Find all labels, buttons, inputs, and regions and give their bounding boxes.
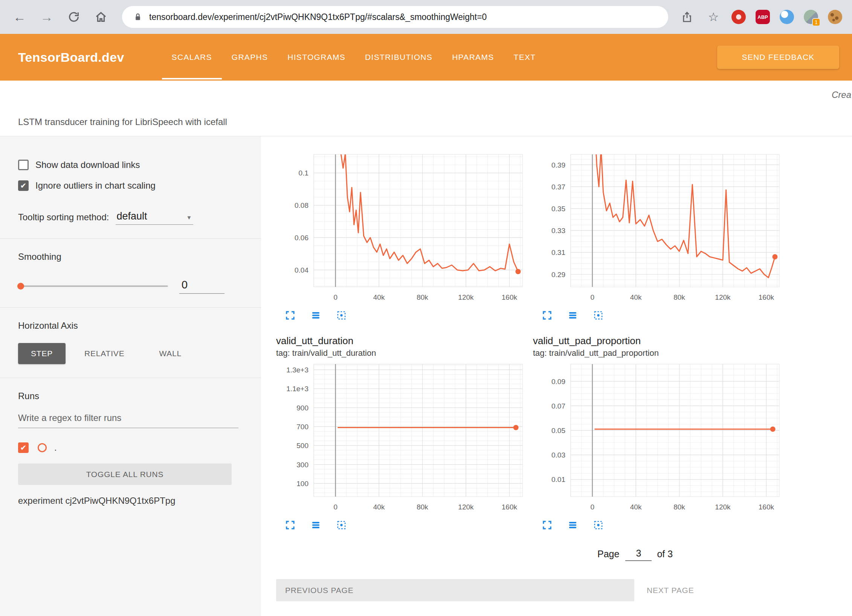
fit-domain-icon [593,310,604,321]
ignore-outliers-checkbox[interactable]: ✔ [18,180,29,191]
horizontal-axis-buttons: STEP RELATIVE WALL [18,343,238,364]
tooltip-sorting-dropdown[interactable]: default ▼ [116,210,193,225]
tab-text[interactable]: TEXT [504,34,546,81]
send-feedback-button[interactable]: SEND FEEDBACK [717,46,839,69]
axis-step-button[interactable]: STEP [18,343,66,364]
page-number-input[interactable] [625,548,652,561]
tooltip-sorting-label: Tooltip sorting method: [18,212,109,225]
profile-avatar[interactable]: 1 [804,10,818,24]
page-label: Page [597,549,619,561]
series-end-dot [772,254,777,259]
toggle-all-runs-button[interactable]: TOGGLE ALL RUNS [18,464,232,485]
flat-y-axis-button[interactable] [566,518,579,531]
y-tick-label: 0.03 [551,451,565,459]
fit-domain-button[interactable] [335,309,348,322]
smoothing-slider-row [18,279,238,294]
cookie-icon[interactable] [828,10,842,24]
chart-actions [541,309,782,322]
home-icon [95,11,107,23]
share-icon [681,11,693,23]
experiment-subheader: Crea LSTM transducer training for LibriS… [0,81,852,136]
reload-button[interactable] [66,9,82,25]
tab-graphs[interactable]: GRAPHS [222,34,278,81]
ignore-outliers-row: ✔ Ignore outliers in chart scaling [18,180,238,191]
smoothing-label: Smoothing [18,252,238,262]
app-header: TensorBoard.dev SCALARS GRAPHS HISTOGRAM… [0,34,852,81]
fit-domain-icon [336,520,347,531]
extension-adblock-icon[interactable] [731,10,746,24]
expand-icon [542,310,553,321]
main-nav: SCALARS GRAPHS HISTOGRAMS DISTRIBUTIONS … [162,34,546,81]
extension-abp-icon[interactable]: ABP [756,10,770,24]
y-tick-label: 0.06 [295,234,308,242]
forward-button[interactable]: → [38,9,55,25]
y-tick-label: 0.39 [551,161,565,169]
back-button[interactable]: ← [11,9,28,25]
chart-tag: tag: train/valid_utt_duration [276,348,525,358]
axis-wall-button[interactable]: WALL [151,343,190,364]
expand-chart-button[interactable] [284,518,296,531]
run-checkbox[interactable]: ✔ [18,442,29,453]
chart-card-top-right: 040k80k120k160k0.290.310.330.350.370.39 [533,152,782,322]
x-tick-label: 160k [759,293,774,301]
x-tick-label: 80k [417,293,428,301]
series-end-dot [770,427,776,432]
x-tick-label: 120k [715,293,731,301]
smoothing-value-input[interactable] [179,279,224,294]
smoothing-slider[interactable] [18,283,168,290]
screen: ← → tensorboard.dev/experiment/cj2vtPiwQ… [0,0,852,616]
y-tick-label: 1.1e+3 [286,385,308,393]
y-tick-label: 300 [296,461,308,469]
slider-thumb[interactable] [17,283,24,290]
expand-chart-button[interactable] [541,518,553,531]
extension-blue-icon[interactable] [780,10,794,24]
fit-domain-button[interactable] [335,518,348,531]
y-tick-label: 700 [296,423,308,431]
address-bar[interactable]: tensorboard.dev/experiment/cj2vtPiwQHKN9… [122,6,668,28]
page-of-label: of 3 [657,549,673,561]
x-tick-label: 120k [715,503,731,511]
series-end-dot [513,425,519,430]
flat-y-axis-button[interactable] [566,309,579,322]
show-download-links-checkbox[interactable]: ✔ [18,160,29,170]
tab-hparams[interactable]: HPARAMS [442,34,504,81]
next-page-button[interactable]: NEXT PAGE [647,586,694,595]
fit-domain-button[interactable] [592,309,605,322]
forward-arrow-icon: → [40,11,53,23]
tab-scalars[interactable]: SCALARS [162,34,222,81]
horizontal-axis-section: Horizontal Axis STEP RELATIVE WALL [0,307,261,378]
expand-chart-button[interactable] [541,309,553,322]
slider-track [18,285,168,287]
line-chart-plot[interactable]: 040k80k120k160k1003005007009001.1e+31.3e… [276,362,525,516]
share-button[interactable] [679,9,695,25]
tab-histograms[interactable]: HISTOGRAMS [278,34,355,81]
tab-label: HPARAMS [452,53,494,62]
line-chart-plot[interactable]: 040k80k120k160k0.010.030.050.070.09 [533,362,782,516]
y-tick-label: 0.07 [551,402,565,410]
home-button[interactable] [93,9,109,25]
previous-page-button[interactable]: PREVIOUS PAGE [276,579,634,601]
y-tick-label: 900 [296,404,308,412]
chart-actions [284,518,525,531]
line-chart-plot[interactable]: 040k80k120k160k0.290.310.330.350.370.39 [533,152,782,306]
axis-relative-button[interactable]: RELATIVE [76,343,133,364]
line-chart-plot[interactable]: 040k80k120k160k0.040.060.080.1 [276,152,525,306]
y-tick-label: 0.08 [295,201,308,209]
expand-icon [285,310,296,321]
chart-actions [541,518,782,531]
expand-chart-button[interactable] [284,309,296,322]
fit-domain-button[interactable] [592,518,605,531]
show-download-links-label: Show data download links [35,160,140,170]
charts-main: 040k80k120k160k0.040.060.080.1 040k80k12… [261,136,852,616]
bookmark-button[interactable]: ☆ [705,9,722,25]
tab-distributions[interactable]: DISTRIBUTIONS [355,34,442,81]
flat-y-axis-button[interactable] [309,309,322,322]
expand-icon [285,520,296,531]
chart-card-top-left: 040k80k120k160k0.040.060.080.1 [276,152,525,322]
pagination: Page of 3 [597,548,852,561]
runs-filter-input[interactable] [18,413,238,428]
y-tick-label: 0.04 [295,266,308,274]
flat-y-axis-button[interactable] [309,518,322,531]
tab-label: SCALARS [172,53,212,62]
y-tick-label: 0.37 [551,183,565,191]
